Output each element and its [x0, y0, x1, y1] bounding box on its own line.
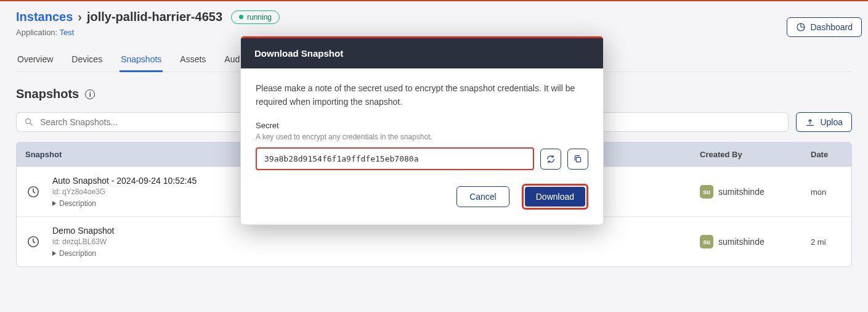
clock-icon [26, 235, 40, 248]
date-cell: mon [802, 180, 851, 204]
created-by-name: sumitshinde [718, 237, 765, 247]
page-title: Snapshots [16, 87, 79, 101]
upload-button[interactable]: Uploa [796, 112, 852, 132]
status-label: running [247, 13, 272, 22]
tab-snapshots[interactable]: Snapshots [120, 51, 163, 72]
col-header-date[interactable]: Date [802, 142, 851, 166]
secret-label: Secret [256, 121, 588, 130]
download-button[interactable]: Download [525, 187, 585, 207]
modal-title: Download Snapshot [241, 38, 603, 68]
dashboard-button[interactable]: Dashboard [787, 17, 862, 37]
tab-assets[interactable]: Assets [179, 51, 207, 72]
refresh-icon [546, 154, 556, 164]
caret-right-icon [52, 201, 56, 206]
snapshot-description-toggle[interactable]: Description [52, 249, 114, 258]
secret-input[interactable] [256, 147, 534, 170]
chevron-right-icon: › [78, 10, 82, 24]
download-button-highlight: Download [522, 184, 588, 210]
status-dot-icon [239, 15, 243, 19]
upload-label: Uploa [820, 117, 843, 127]
avatar: su [700, 235, 713, 248]
avatar: su [700, 185, 713, 199]
svg-rect-5 [576, 157, 580, 162]
status-badge: running [231, 10, 280, 24]
cancel-button[interactable]: Cancel [456, 186, 509, 207]
copy-icon [573, 154, 583, 164]
download-snapshot-modal: Download Snapshot Please make a note of … [240, 36, 604, 225]
breadcrumb-root-link[interactable]: Instances [16, 10, 73, 24]
regenerate-secret-button[interactable] [540, 149, 561, 170]
tab-overview[interactable]: Overview [16, 51, 54, 72]
date-cell: 2 mi [802, 230, 851, 254]
pie-chart-icon [796, 22, 806, 32]
svg-line-2 [30, 123, 33, 126]
breadcrumb: Instances › jolly-pallid-harrier-4653 [16, 10, 222, 24]
copy-secret-button[interactable] [567, 149, 588, 170]
snapshot-description-toggle[interactable]: Description [52, 199, 197, 208]
application-label: Application: [16, 28, 57, 37]
snapshot-id: id: dezqLBL63W [52, 237, 114, 246]
modal-description: Please make a note of the secret used to… [256, 82, 588, 109]
upload-icon [805, 117, 815, 127]
info-icon[interactable]: i [85, 89, 95, 99]
breadcrumb-leaf: jolly-pallid-harrier-4653 [87, 10, 222, 24]
caret-right-icon [52, 251, 56, 256]
snapshot-name: Auto Snapshot - 2024-09-24 10:52:45 [52, 176, 197, 186]
application-link[interactable]: Test [60, 28, 75, 37]
col-header-created-by[interactable]: Created By [691, 142, 802, 166]
tab-devices[interactable]: Devices [70, 51, 103, 72]
snapshot-name: Demo Snapshot [52, 226, 114, 236]
secret-hint: A key used to encrypt any credentials in… [256, 133, 588, 141]
dashboard-label: Dashboard [811, 22, 853, 32]
clock-icon [26, 185, 40, 199]
search-icon [24, 117, 34, 127]
snapshot-id: id: qYz8o4oe3G [52, 187, 197, 196]
created-by-name: sumitshinde [718, 187, 765, 197]
